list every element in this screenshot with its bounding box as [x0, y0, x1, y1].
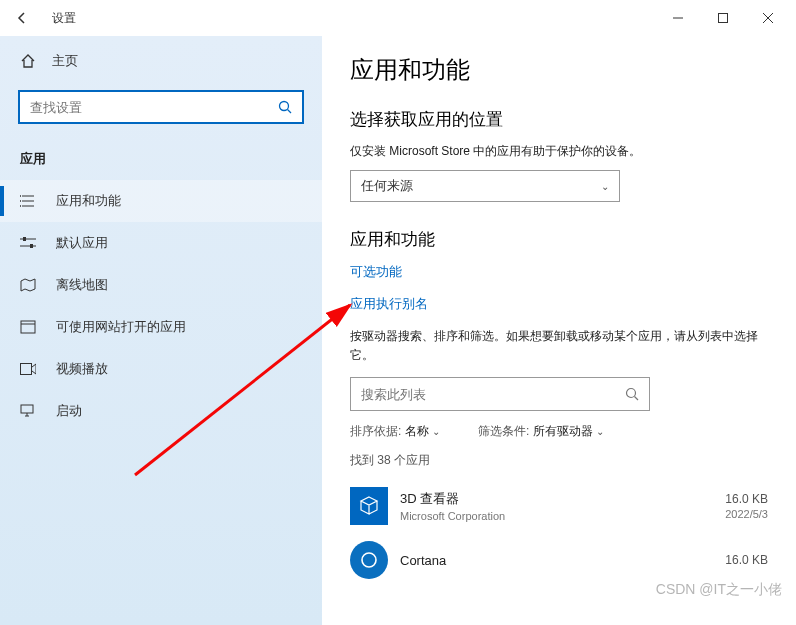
sort-value: 名称	[405, 424, 429, 438]
filter-value: 所有驱动器	[533, 424, 593, 438]
app-alias-link[interactable]: 应用执行别名	[350, 295, 768, 313]
sidebar-item-video-playback[interactable]: 视频播放	[0, 348, 322, 390]
chevron-down-icon: ⌄	[432, 426, 440, 437]
svg-rect-18	[21, 364, 32, 375]
svg-point-4	[280, 102, 289, 111]
filter-label: 筛选条件:	[478, 424, 529, 438]
cortana-icon	[350, 541, 388, 579]
filter-row: 排序依据: 名称 ⌄ 筛选条件: 所有驱动器 ⌄	[350, 423, 768, 440]
sidebar-item-label: 可使用网站打开的应用	[56, 318, 186, 336]
map-icon	[20, 278, 38, 292]
chevron-down-icon: ⌄	[601, 181, 609, 192]
app-name: 3D 查看器	[400, 490, 505, 508]
app-list-search[interactable]	[350, 377, 650, 411]
svg-line-23	[635, 397, 639, 401]
app-row[interactable]: 3D 查看器 Microsoft Corporation 16.0 KB 202…	[350, 479, 768, 533]
svg-rect-15	[30, 244, 33, 248]
svg-line-5	[288, 110, 292, 114]
apps-section-heading: 应用和功能	[350, 228, 768, 251]
website-icon	[20, 320, 38, 334]
dropdown-value: 任何来源	[361, 177, 413, 195]
sidebar-item-startup[interactable]: 启动	[0, 390, 322, 432]
sidebar-item-label: 默认应用	[56, 234, 108, 252]
sidebar: 主页 应用 应用和功能 默认应用 离线地图 可使用网站打开的应用 视频播放	[0, 36, 322, 625]
search-icon	[625, 387, 639, 401]
app-name: Cortana	[400, 553, 446, 568]
app-row[interactable]: Cortana 16.0 KB	[350, 533, 768, 587]
chevron-down-icon: ⌄	[596, 426, 604, 437]
app-size: 16.0 KB	[725, 553, 768, 567]
home-label: 主页	[52, 52, 78, 70]
sidebar-search[interactable]	[18, 90, 304, 124]
sidebar-item-label: 应用和功能	[56, 192, 121, 210]
list-icon	[20, 194, 38, 208]
svg-point-11	[20, 205, 21, 207]
app-size: 16.0 KB	[725, 492, 768, 506]
close-button[interactable]	[745, 3, 790, 33]
cube-icon	[350, 487, 388, 525]
sidebar-item-offline-maps[interactable]: 离线地图	[0, 264, 322, 306]
content-area: 应用和功能 选择获取应用的位置 仅安装 Microsoft Store 中的应用…	[322, 36, 796, 625]
window-controls	[655, 3, 790, 33]
window-title: 设置	[52, 10, 76, 27]
optional-features-link[interactable]: 可选功能	[350, 263, 768, 281]
filter-control[interactable]: 筛选条件: 所有驱动器 ⌄	[478, 423, 604, 440]
svg-point-24	[362, 553, 376, 567]
app-search-input[interactable]	[361, 387, 625, 402]
search-icon	[278, 100, 292, 114]
titlebar: 设置	[0, 0, 796, 36]
sidebar-item-website-apps[interactable]: 可使用网站打开的应用	[0, 306, 322, 348]
maximize-button[interactable]	[700, 3, 745, 33]
sidebar-item-label: 离线地图	[56, 276, 108, 294]
sidebar-item-label: 启动	[56, 402, 82, 420]
svg-rect-14	[23, 237, 26, 241]
back-button[interactable]	[6, 2, 38, 34]
app-date: 2022/5/3	[725, 508, 768, 520]
defaults-icon	[20, 236, 38, 250]
startup-icon	[20, 404, 38, 418]
search-input[interactable]	[30, 100, 278, 115]
list-hint: 按驱动器搜索、排序和筛选。如果想要卸载或移动某个应用，请从列表中选择它。	[350, 327, 768, 365]
sidebar-category: 应用	[0, 140, 322, 180]
svg-point-10	[20, 200, 21, 202]
home-icon	[20, 53, 38, 69]
source-heading: 选择获取应用的位置	[350, 108, 768, 131]
page-title: 应用和功能	[350, 54, 768, 86]
sidebar-item-default-apps[interactable]: 默认应用	[0, 222, 322, 264]
found-count: 找到 38 个应用	[350, 452, 768, 469]
app-publisher: Microsoft Corporation	[400, 510, 505, 522]
sort-label: 排序依据:	[350, 424, 401, 438]
sidebar-item-label: 视频播放	[56, 360, 108, 378]
svg-rect-16	[21, 321, 35, 333]
video-icon	[20, 363, 38, 375]
minimize-button[interactable]	[655, 3, 700, 33]
svg-point-22	[627, 389, 636, 398]
arrow-left-icon	[15, 11, 29, 25]
sidebar-item-apps-features[interactable]: 应用和功能	[0, 180, 322, 222]
home-link[interactable]: 主页	[0, 44, 322, 78]
sort-control[interactable]: 排序依据: 名称 ⌄	[350, 423, 440, 440]
svg-rect-1	[718, 14, 727, 23]
svg-point-9	[20, 195, 21, 197]
source-dropdown[interactable]: 任何来源 ⌄	[350, 170, 620, 202]
source-description: 仅安装 Microsoft Store 中的应用有助于保护你的设备。	[350, 143, 768, 160]
svg-rect-19	[21, 405, 33, 413]
